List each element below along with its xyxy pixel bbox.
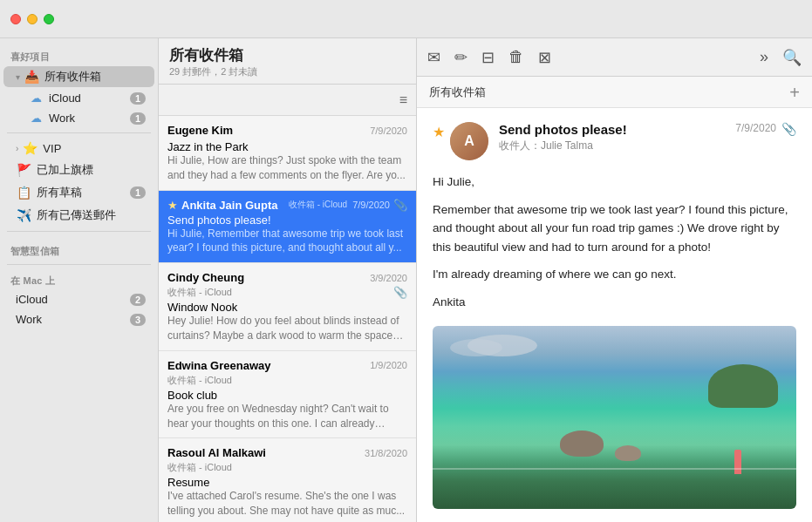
add-button[interactable]: + xyxy=(789,84,800,101)
sidebar-item-label: 所有已傳送郵件 xyxy=(37,207,146,223)
sidebar-item-flagged[interactable]: 🚩 已加上旗標 xyxy=(3,159,154,180)
icloud-badge: 1 xyxy=(130,92,146,105)
email-mailbox: 收件箱 - iCloud xyxy=(167,461,232,474)
water-line xyxy=(433,468,796,470)
sidebar-item-work-inbox[interactable]: ☁ Work 1 xyxy=(3,109,154,127)
message-date: 7/9/2020 xyxy=(735,122,776,134)
message-info: Send photos please! 收件人：Julie Talma xyxy=(499,122,728,153)
sidebar-item-label: iCloud xyxy=(49,92,130,105)
email-item-selected[interactable]: ★ Ankita Jain Gupta 收件箱 - iCloud 7/9/202… xyxy=(159,191,416,264)
email-subject: Resume xyxy=(167,476,407,489)
island-decoration xyxy=(708,364,778,408)
photo-overlay xyxy=(433,326,796,509)
email-item[interactable]: Eugene Kim 7/9/2020 Jazz in the Park Hi … xyxy=(159,116,416,191)
email-sender: Ankita Jain Gupta xyxy=(181,199,285,212)
work-icon: ☁ xyxy=(28,112,44,125)
compose-icon[interactable]: ✏ xyxy=(454,48,467,67)
sidebar-item-drafts[interactable]: 📋 所有草稿 1 xyxy=(3,182,154,203)
email-subject: Send photos please! xyxy=(167,214,407,227)
detail-content: ★ A Send photos please! 收件人：Julie Talma … xyxy=(417,108,812,522)
message-to: 收件人：Julie Talma xyxy=(499,139,728,153)
email-preview: Hey Julie! How do you feel about blinds … xyxy=(167,314,407,343)
message-subject: Send photos please! xyxy=(499,122,728,137)
email-mailbox: 收件箱 - iCloud xyxy=(167,286,232,299)
envelope-icon[interactable]: ✉ xyxy=(427,48,440,67)
email-mailbox: 收件箱 - iCloud xyxy=(289,199,347,211)
email-sender: Cindy Cheung xyxy=(167,271,365,284)
sidebar-item-label: VIP xyxy=(43,142,146,155)
sidebar-item-on-mac-work[interactable]: Work 3 xyxy=(3,310,154,329)
email-preview: Are you free on Wednesday night? Can't w… xyxy=(167,402,407,431)
email-date: 3/9/2020 xyxy=(370,273,407,283)
archive-icon[interactable]: ⊟ xyxy=(481,48,495,67)
sidebar-item-on-mac-icloud[interactable]: iCloud 2 xyxy=(3,290,154,308)
sidebar-item-icloud[interactable]: ☁ iCloud 1 xyxy=(3,89,154,107)
divider3 xyxy=(7,264,151,265)
on-mac-icloud-badge: 2 xyxy=(130,294,146,306)
email-subject: Book club xyxy=(167,389,407,402)
detail-header-bar: 所有收件箱 + xyxy=(417,77,812,108)
more-icon[interactable]: » xyxy=(760,48,768,66)
email-list-body: Eugene Kim 7/9/2020 Jazz in the Park Hi … xyxy=(159,116,416,522)
icloud-icon: ☁ xyxy=(28,92,44,105)
sidebar-item-label: Work xyxy=(16,313,130,326)
email-sender: Edwina Greenaway xyxy=(167,359,365,372)
email-sender: Eugene Kim xyxy=(167,124,365,137)
attachment-icon: 📎 xyxy=(393,286,407,299)
minimize-button[interactable] xyxy=(27,14,38,24)
divider2 xyxy=(7,231,151,232)
email-list-title: 所有收件箱 xyxy=(169,45,406,65)
trash-icon[interactable]: 🗑 xyxy=(508,48,524,66)
detail-toolbar: ✉ ✏ ⊟ 🗑 ⊠ » 🔍 xyxy=(417,38,812,77)
email-subject: Jazz in the Park xyxy=(167,140,407,153)
email-list-subtitle: 29 封郵件，2 封未讀 xyxy=(169,65,406,78)
inbox-icon: 📥 xyxy=(24,70,39,84)
star-icon: ★ xyxy=(167,199,178,212)
flag-inbox-icon[interactable]: ⊠ xyxy=(538,48,551,67)
divider xyxy=(7,132,151,133)
email-list-header: 所有收件箱 29 封郵件，2 封未讀 xyxy=(159,38,416,85)
filter-icon[interactable]: ≡ xyxy=(399,92,407,108)
sidebar-item-label: 已加上旗標 xyxy=(37,162,146,178)
email-date: 1/9/2020 xyxy=(370,360,407,370)
email-item[interactable]: Cindy Cheung 3/9/2020 收件箱 - iCloud 📎 Win… xyxy=(159,263,416,351)
chevron-right-icon: › xyxy=(16,144,18,153)
sidebar-item-sent[interactable]: ✈️ 所有已傳送郵件 xyxy=(3,205,154,226)
rock-decoration xyxy=(560,430,604,457)
sent-icon: ✈️ xyxy=(16,208,31,222)
traffic-lights xyxy=(10,14,54,24)
attachment-icon: 📎 xyxy=(781,122,796,136)
chevron-down-icon: ▾ xyxy=(16,72,20,82)
email-sender: Rasoul Al Malkawi xyxy=(167,446,359,459)
photo-attachment xyxy=(433,326,796,509)
message-header: ★ A Send photos please! 收件人：Julie Talma … xyxy=(433,122,796,160)
email-mailbox: 收件箱 - iCloud xyxy=(167,374,232,387)
work-badge: 1 xyxy=(130,112,146,125)
smart-label: 智慧型信箱 xyxy=(0,240,158,260)
person-decoration xyxy=(734,450,741,474)
email-item[interactable]: Edwina Greenaway 1/9/2020 收件箱 - iCloud B… xyxy=(159,351,416,439)
title-bar xyxy=(0,0,812,38)
avatar: A xyxy=(450,122,488,160)
email-subject: Window Nook xyxy=(167,301,407,314)
search-icon[interactable]: 🔍 xyxy=(782,48,802,67)
detail-mailbox-label: 所有收件箱 xyxy=(429,85,486,100)
sidebar-item-label: Work xyxy=(49,112,130,125)
sidebar-item-label: iCloud xyxy=(16,293,130,306)
email-item[interactable]: Rasoul Al Malkawi 31/8/2020 收件箱 - iCloud… xyxy=(159,438,416,522)
flag-icon: 🚩 xyxy=(16,163,31,177)
email-list-toolbar: ≡ xyxy=(159,85,416,116)
on-mac-work-badge: 3 xyxy=(130,314,146,326)
email-preview: Hi Julie, Remember that awesome trip we … xyxy=(167,227,407,256)
sidebar: 喜好項目 ▾ 📥 所有收件箱 ☁ iCloud 1 ☁ Work 1 › ⭐ V… xyxy=(0,38,159,522)
sidebar-item-all-inbox[interactable]: ▾ 📥 所有收件箱 xyxy=(3,66,154,87)
sidebar-item-vip[interactable]: › ⭐ VIP xyxy=(3,139,154,158)
drafts-badge: 1 xyxy=(130,186,146,199)
email-preview: I've attached Carol's resume. She's the … xyxy=(167,489,407,519)
attachment-icon: 📎 xyxy=(393,199,407,212)
drafts-icon: 📋 xyxy=(16,186,31,200)
email-date: 7/9/2020 xyxy=(352,200,390,210)
close-button[interactable] xyxy=(10,14,21,24)
main-container: 喜好項目 ▾ 📥 所有收件箱 ☁ iCloud 1 ☁ Work 1 › ⭐ V… xyxy=(0,38,812,522)
maximize-button[interactable] xyxy=(44,14,54,24)
